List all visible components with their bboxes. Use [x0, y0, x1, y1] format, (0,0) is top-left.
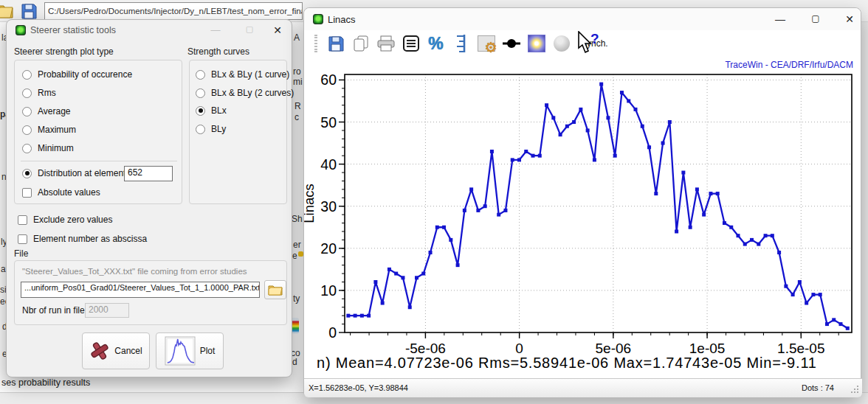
- radio-icon: [196, 88, 205, 98]
- absolute-values-checkbox[interactable]: Absolute values: [22, 187, 100, 198]
- print-button[interactable]: [376, 33, 396, 54]
- checkbox-icon: [18, 234, 27, 244]
- data-log-button[interactable]: [401, 33, 421, 54]
- radio-icon: [22, 88, 32, 98]
- tracewin-app-icon: [313, 14, 323, 24]
- svg-text:n) Mean=4.07723e-06 Rms=5.58: n) Mean=4.07723e-06 Rms=5.58941e-06 Max=…: [317, 355, 817, 371]
- printer-icon: [376, 35, 396, 52]
- toolbar-drag-handle[interactable]: [314, 35, 317, 52]
- linacs-window: Linacs — ▢ ✕: [303, 7, 861, 397]
- save-icon[interactable]: [20, 2, 38, 20]
- radio-average[interactable]: Average: [22, 106, 70, 116]
- svg-text:0: 0: [515, 341, 523, 356]
- close-button[interactable]: ✕: [838, 13, 861, 25]
- resize-grip[interactable]: [850, 385, 859, 394]
- nbr-of-run-label: Nbr of run in file:: [22, 305, 87, 316]
- exclude-zero-values-checkbox[interactable]: Exclude zero values: [18, 215, 112, 225]
- density-view-button[interactable]: [526, 33, 546, 54]
- radio-minimum[interactable]: Minimum: [22, 143, 74, 153]
- help-cursor: ?: [576, 31, 602, 55]
- file-groupbox: "Steerer_Values_Tot_XXX.txt" file coming…: [14, 260, 287, 325]
- browse-file-button[interactable]: [264, 280, 286, 299]
- svg-text:20: 20: [320, 240, 337, 257]
- element-number-abscissa-checkbox[interactable]: Element number as abscissa: [18, 234, 147, 244]
- plot-settings-button[interactable]: ⚙: [476, 33, 496, 54]
- distribution-chart[interactable]: 0102030405060-5e-0605e-061e-051.5e-05Lin…: [304, 57, 862, 378]
- background-fragment: ro: [293, 66, 301, 77]
- radio-icon: [22, 125, 32, 135]
- element-number-input[interactable]: 652: [124, 166, 173, 181]
- strength-curves-groupbox: BLx & BLy (1 curve) BLx & BLy (2 curves)…: [189, 60, 287, 204]
- plot-label: Plot: [200, 346, 216, 356]
- dialog-title: Steerer statistic tools: [30, 25, 116, 35]
- cancel-button[interactable]: Cancel: [82, 332, 150, 369]
- svg-text:50: 50: [320, 114, 337, 130]
- minimize-button[interactable]: —: [769, 13, 791, 25]
- svg-text:1e-05: 1e-05: [689, 341, 726, 356]
- checkbox-icon: [22, 188, 32, 198]
- background-fragment: mi: [293, 77, 303, 87]
- glowing-dot-icon: [528, 35, 545, 52]
- maximize-button[interactable]: ▢: [805, 13, 827, 24]
- linacs-statusbar: X=1.56283e-05, Y=3.98844 Dots : 74: [304, 378, 862, 397]
- plot-button[interactable]: Plot: [156, 332, 224, 369]
- svg-text:30: 30: [320, 198, 337, 215]
- radio-icon-selected: [22, 169, 32, 178]
- separator: [21, 161, 177, 161]
- background-status-text: ses probability results: [1, 377, 90, 388]
- background-fragment: e: [292, 251, 297, 261]
- svg-text:?: ?: [590, 31, 599, 46]
- svg-text:60: 60: [320, 72, 337, 88]
- background-fragment: d: [292, 357, 297, 367]
- radio-icon: [196, 70, 205, 80]
- close-button[interactable]: ✕: [266, 24, 289, 36]
- maximize-button[interactable]: ▢: [238, 24, 261, 34]
- folder-icon: [268, 285, 283, 296]
- project-path-field[interactable]: C:/Users/Pedro/Documents/Injector/Dy_n/L…: [44, 2, 303, 20]
- radio-bly[interactable]: BLy: [196, 124, 226, 134]
- cancel-label: Cancel: [114, 346, 142, 356]
- background-fragment: Sh: [292, 214, 303, 224]
- background-fragment: er: [293, 240, 301, 250]
- checkbox-icon: [18, 215, 27, 225]
- radio-icon-selected: [196, 106, 205, 116]
- file-hint-text: "Steerer_Values_Tot_XXX.txt" file coming…: [22, 267, 247, 276]
- minimize-button[interactable]: —: [204, 24, 227, 35]
- dialog-titlebar[interactable]: Steerer statistic tools — ▢ ✕: [7, 20, 292, 41]
- radio-rms[interactable]: Rms: [22, 88, 56, 98]
- document-lines-icon: [402, 35, 420, 52]
- nbr-of-run-input: 2000: [85, 303, 129, 318]
- linacs-titlebar[interactable]: Linacs — ▢ ✕: [304, 8, 861, 30]
- copy-pages-icon: [352, 35, 370, 52]
- red-x-icon: [89, 341, 110, 361]
- radio-icon: [22, 144, 32, 153]
- linacs-window-title: Linacs: [328, 14, 356, 25]
- svg-text:5e-06: 5e-06: [596, 341, 632, 356]
- steerer-file-path-input[interactable]: ...uniform_Pos01_Grad01/Steerer_Values_T…: [21, 282, 260, 298]
- radio-probability[interactable]: Probability of occurence: [22, 69, 132, 80]
- sphere-view-button[interactable]: [551, 33, 571, 54]
- radio-blx-bly-1curve[interactable]: BLx & BLy (1 curve): [196, 69, 289, 80]
- radio-blx-bly-2curves[interactable]: BLx & BLy (2 curves): [196, 88, 294, 98]
- radio-maximum[interactable]: Maximum: [22, 125, 76, 135]
- gray-sphere-icon: [554, 35, 570, 52]
- histogram-icon: [165, 336, 196, 366]
- background-fragment: c: [294, 112, 299, 122]
- radio-distribution-at-element[interactable]: Distribution at element: [22, 168, 125, 178]
- strength-curves-group-label: Strength curves: [187, 46, 249, 57]
- save-plot-button[interactable]: [326, 33, 345, 54]
- ruler-button[interactable]: [451, 33, 471, 54]
- open-folder-icon[interactable]: [0, 2, 14, 20]
- background-fragment: ty: [293, 293, 300, 304]
- marker-style-button[interactable]: [501, 33, 521, 54]
- svg-text:40: 40: [320, 156, 337, 173]
- ruler-icon: [455, 34, 468, 53]
- radio-icon: [196, 125, 205, 134]
- svg-text:1.5e-05: 1.5e-05: [777, 341, 824, 356]
- percent-scale-button[interactable]: %: [426, 33, 446, 54]
- gear-icon: ⚙: [478, 35, 495, 52]
- tracewin-app-icon: [16, 25, 26, 35]
- copy-button[interactable]: [351, 33, 371, 54]
- svg-text:Linacs: Linacs: [304, 184, 317, 223]
- radio-blx[interactable]: BLx: [196, 105, 227, 116]
